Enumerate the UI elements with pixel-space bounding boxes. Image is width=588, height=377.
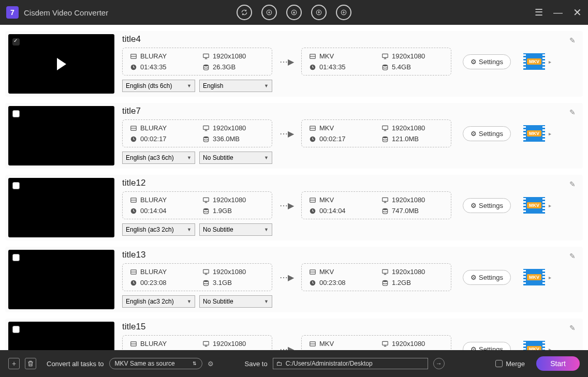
settings-button[interactable]: ⚙Settings [463,342,511,351]
chevron-right-icon: ▸ [549,346,551,351]
subtitle-select[interactable]: English▼ [199,80,272,92]
output-resolution: 1920x1080 [392,52,425,60]
output-format-select[interactable]: MKV Same as source ⇅ [109,358,202,369]
output-duration: 01:43:35 [319,63,346,71]
subtitle-value: English [203,82,223,89]
select-checkbox[interactable] [12,182,20,189]
subtitle-select[interactable]: No Subtitle▼ [199,295,272,308]
video-thumbnail[interactable] [8,106,114,165]
settings-button[interactable]: ⚙Settings [463,270,511,285]
open-folder-button[interactable]: → [433,358,445,369]
svg-rect-7 [203,54,209,57]
save-path-field[interactable]: 🗀 C:/Users/Administrator/Desktop [273,358,428,369]
merge-checkbox[interactable] [495,360,503,367]
task-row: ✎ title15 BLURAY 1920x1080 00:00:00 0MB … [5,319,583,350]
subtitle-value: No Subtitle [203,154,233,161]
add-file-button[interactable]: + [8,358,20,369]
gear-icon: ⚙ [471,202,477,209]
source-info-box: BLURAY 1920x1080 00:14:04 1.9GB [122,191,272,219]
svg-point-25 [203,136,208,138]
video-thumbnail[interactable] [8,250,114,309]
audio-track-select[interactable]: English (ac3 2ch)▼ [122,295,195,308]
settings-label: Settings [479,202,503,209]
edit-title-icon[interactable]: ✎ [569,180,576,188]
edit-title-icon[interactable]: ✎ [569,36,576,44]
disc-icon [309,268,316,276]
subtitle-value: No Subtitle [203,298,233,305]
video-title: title7 [122,106,580,116]
audio-value: English (ac3 2ch) [126,226,174,233]
select-checkbox[interactable] [12,326,20,333]
convert-mode-icon[interactable] [237,5,252,20]
select-checkbox[interactable] [12,254,20,261]
format-badge: MKV [527,346,541,350]
chevron-right-icon: ▸ [549,275,551,280]
app-title: Cisdem Video Converter [24,8,108,17]
svg-point-0 [267,10,271,14]
audio-track-select[interactable]: English (ac3 6ch)▼ [122,152,195,164]
output-info-box: MKV 1920x1080 00:23:08 1.2GB [301,263,451,291]
merge-toggle[interactable]: Merge [495,360,525,368]
gear-icon: ⚙ [471,130,477,138]
settings-label: Settings [479,345,503,351]
audio-track-select[interactable]: English (dts 6ch)▼ [122,80,195,92]
upload-mode-icon[interactable] [311,5,327,20]
output-format-picker[interactable]: MKV ▸ [523,197,545,214]
disc-icon [130,53,137,60]
rip-mode-icon[interactable] [261,5,277,20]
subtitle-select[interactable]: No Subtitle▼ [199,152,272,164]
subtitle-select[interactable]: No Subtitle▼ [199,223,272,236]
minimize-icon[interactable]: — [553,7,563,18]
gear-icon: ⚙ [471,274,477,281]
output-resolution: 1920x1080 [392,196,425,204]
edit-title-icon[interactable]: ✎ [569,324,576,332]
select-checkbox[interactable] [12,38,20,46]
video-thumbnail[interactable] [8,322,114,350]
chevron-down-icon: ▼ [187,83,192,88]
settings-button[interactable]: ⚙Settings [463,54,511,69]
source-size: 1.9GB [213,207,232,215]
convert-all-label: Convert all tasks to [47,360,104,368]
save-to-label: Save to [245,360,268,368]
output-format: MKV [319,340,334,348]
output-format: MKV [319,268,334,276]
download-mode-icon[interactable] [286,5,302,20]
format-badge: MKV [527,130,541,137]
folder-icon: 🗀 [276,360,283,367]
format-badge: MKV [527,274,541,280]
svg-point-11 [203,64,208,66]
menu-icon[interactable]: ☰ [535,7,543,18]
svg-point-53 [203,280,208,282]
source-resolution: 1920x1080 [213,196,246,204]
monitor-icon [381,125,389,132]
output-format-picker[interactable]: MKV ▸ [523,125,545,142]
edit-mode-icon[interactable] [336,5,351,20]
svg-rect-28 [383,126,388,129]
video-thumbnail[interactable] [8,34,114,94]
settings-button[interactable]: ⚙Settings [463,198,511,213]
video-thumbnail[interactable] [8,178,114,237]
output-format-picker[interactable]: MKV ▸ [523,341,545,350]
disc-icon [309,53,316,60]
edit-title-icon[interactable]: ✎ [569,252,576,260]
output-format: MKV [319,52,334,60]
source-format: BLURAY [140,340,167,348]
size-icon [381,135,389,143]
output-settings-icon[interactable]: ⚙ [208,360,214,368]
delete-button[interactable] [25,358,36,369]
output-size: 747.0MB [392,207,419,215]
output-size: 1.2GB [392,279,411,286]
select-checkbox[interactable] [12,110,20,117]
audio-value: English (dts 6ch) [126,82,172,89]
output-format: MKV [319,196,334,204]
disc-icon [130,268,137,276]
audio-track-select[interactable]: English (ac3 2ch)▼ [122,223,195,236]
output-duration: 00:02:17 [319,135,346,143]
output-format-picker[interactable]: MKV ▸ [523,53,545,70]
edit-title-icon[interactable]: ✎ [569,108,576,116]
start-button[interactable]: Start [536,356,580,371]
output-format-picker[interactable]: MKV ▸ [523,269,545,285]
monitor-icon [202,53,210,60]
close-icon[interactable]: ✕ [573,6,582,19]
settings-button[interactable]: ⚙Settings [463,126,511,141]
